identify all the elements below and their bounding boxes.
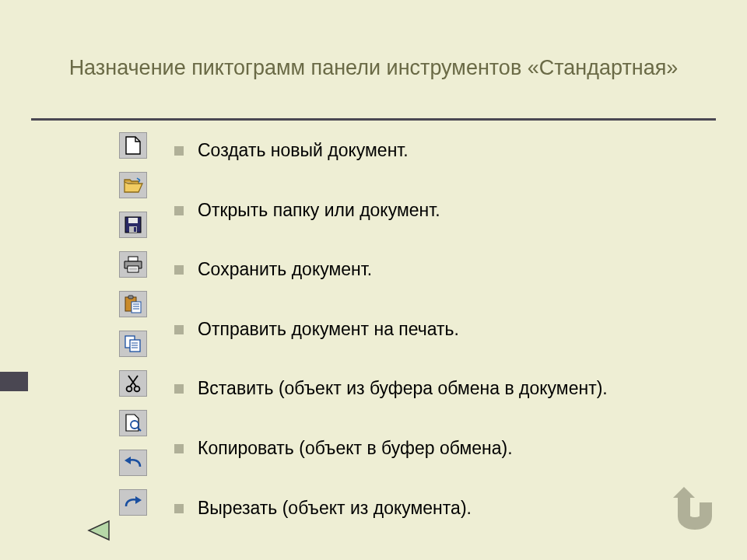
open-folder-icon <box>123 177 143 194</box>
svg-point-23 <box>135 387 140 392</box>
list-item: Сохранить документ. <box>174 259 672 281</box>
bullet-icon <box>174 444 184 453</box>
description-list: Создать новый документ. Открыть папку ил… <box>174 140 672 557</box>
paste-button[interactable] <box>119 291 147 317</box>
list-item-text: Вставить (объект из буфера обмена в доку… <box>198 378 672 400</box>
return-button[interactable] <box>670 487 720 537</box>
bullet-icon <box>174 504 184 513</box>
undo-button[interactable] <box>119 450 147 476</box>
svg-marker-30 <box>673 487 695 498</box>
cut-scissors-icon <box>125 374 141 393</box>
list-item-text: Создать новый документ. <box>198 140 672 162</box>
list-item: Копировать (объект в буфер обмена). <box>174 438 672 460</box>
bullet-icon <box>174 206 184 215</box>
side-accent <box>0 372 28 391</box>
svg-rect-4 <box>134 227 136 232</box>
paste-clipboard-icon <box>124 295 142 313</box>
redo-icon <box>123 495 143 509</box>
copy-icon <box>124 334 142 353</box>
redo-button[interactable] <box>119 489 147 516</box>
save-floppy-icon <box>124 216 142 233</box>
list-item-text: Сохранить документ. <box>198 259 672 281</box>
svg-rect-2 <box>128 218 138 223</box>
print-icon <box>123 256 143 273</box>
svg-rect-11 <box>132 302 141 313</box>
cut-button[interactable] <box>119 370 147 397</box>
print-preview-button[interactable] <box>119 410 147 436</box>
new-document-icon <box>124 136 142 155</box>
list-item-text: Открыть папку или документ. <box>198 200 672 222</box>
title-rule <box>31 118 716 121</box>
copy-button[interactable] <box>119 331 147 357</box>
svg-marker-27 <box>124 457 131 464</box>
bullet-icon <box>174 146 184 156</box>
svg-line-21 <box>130 376 138 387</box>
open-button[interactable] <box>119 172 147 198</box>
print-button[interactable] <box>119 251 147 278</box>
bullet-icon <box>174 265 184 275</box>
arrow-left-icon <box>84 518 112 543</box>
svg-point-22 <box>127 387 132 392</box>
toolbar-icons-column <box>119 132 147 529</box>
list-item: Отправить документ на печать. <box>174 319 672 341</box>
bullet-icon <box>174 325 184 334</box>
list-item-text: Вырезать (объект из документа). <box>198 498 672 520</box>
u-turn-arrow-icon <box>670 487 720 534</box>
bullet-icon <box>174 384 184 394</box>
new-document-button[interactable] <box>119 132 147 159</box>
prev-slide-button[interactable] <box>84 518 112 546</box>
list-item: Вырезать (объект из документа). <box>174 498 672 520</box>
svg-marker-0 <box>126 137 140 154</box>
page-title: Назначение пиктограмм панели инструменто… <box>0 56 747 80</box>
list-item: Вставить (объект из буфера обмена в доку… <box>174 378 672 400</box>
print-preview-icon <box>124 414 142 432</box>
list-item-text: Копировать (объект в буфер обмена). <box>198 438 672 460</box>
list-item: Создать новый документ. <box>174 140 672 162</box>
save-button[interactable] <box>119 212 147 238</box>
list-item-text: Отправить документ на печать. <box>198 319 672 341</box>
svg-rect-10 <box>128 296 133 299</box>
svg-marker-29 <box>89 521 109 540</box>
undo-icon <box>123 456 143 470</box>
svg-marker-28 <box>135 496 142 504</box>
svg-line-20 <box>128 376 136 387</box>
svg-rect-6 <box>128 266 139 272</box>
list-item: Открыть папку или документ. <box>174 200 672 222</box>
svg-rect-5 <box>128 257 138 261</box>
